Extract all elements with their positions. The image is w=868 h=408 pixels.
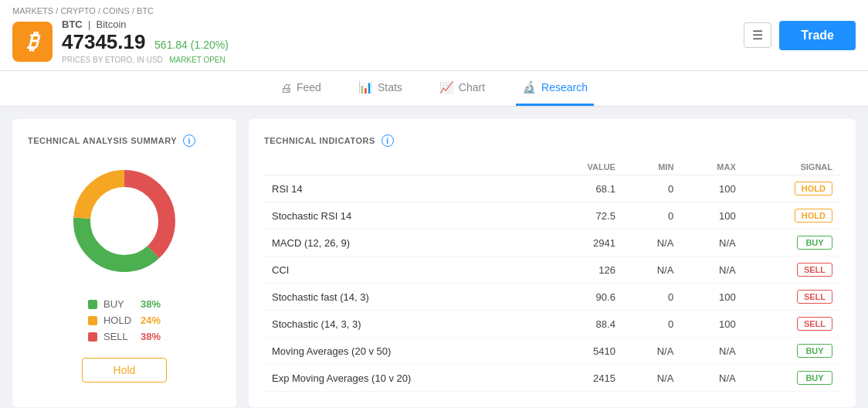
tab-chart-label: Chart xyxy=(459,81,485,94)
coin-change: 561.84 (1.20%) xyxy=(154,39,229,51)
tab-research[interactable]: 🔬 Research xyxy=(516,71,594,106)
indicator-max: 100 xyxy=(681,175,743,202)
legend-hold: HOLD 24% xyxy=(88,314,161,326)
legend-sell: SELL 38% xyxy=(88,331,161,342)
legend-buy: BUY 38% xyxy=(88,298,161,310)
table-row: Exp Moving Averages (10 v 20) 2415 N/A N… xyxy=(264,365,840,392)
indicators-info-icon[interactable]: i xyxy=(381,134,394,147)
table-row: Stochastic fast (14, 3) 90.6 0 100 SELL xyxy=(264,284,840,311)
signal-badge: HOLD xyxy=(795,182,832,196)
legend: BUY 38% HOLD 24% SELL 38% xyxy=(88,298,161,342)
indicators-card: TECHNICAL INDICATORS i VALUE MIN MAX SIG… xyxy=(249,119,856,407)
menu-button[interactable]: ☰ xyxy=(744,22,771,48)
signal-badge: SELL xyxy=(797,317,832,331)
stats-icon: 📊 xyxy=(358,80,373,94)
col-signal: SIGNAL xyxy=(744,159,840,175)
indicator-value: 5410 xyxy=(544,338,623,365)
coin-full-name: Bitcoin xyxy=(97,19,127,30)
tab-stats-label: Stats xyxy=(378,81,402,94)
donut-svg xyxy=(63,159,186,283)
table-row: Stochastic (14, 3, 3) 88.4 0 100 SELL xyxy=(264,311,840,338)
indicator-name: Exp Moving Averages (10 v 20) xyxy=(264,365,544,392)
indicator-name: Moving Averages (20 v 50) xyxy=(264,338,544,365)
table-row: Moving Averages (20 v 50) 5410 N/A N/A B… xyxy=(264,338,840,365)
chart-icon: 📈 xyxy=(439,80,454,94)
donut-chart xyxy=(28,159,221,283)
header: MARKETS / CRYPTO / COINS / BTC ₿ BTC | B… xyxy=(0,0,868,71)
tab-stats[interactable]: 📊 Stats xyxy=(352,71,409,106)
tabs: 🖨 Feed 📊 Stats 📈 Chart 🔬 Research xyxy=(0,71,868,107)
header-left: MARKETS / CRYPTO / COINS / BTC ₿ BTC | B… xyxy=(12,6,229,64)
indicator-value: 88.4 xyxy=(544,311,623,338)
legend-hold-dot xyxy=(88,316,97,325)
col-max: MAX xyxy=(681,159,743,175)
signal-badge: BUY xyxy=(797,371,832,385)
indicator-name: RSI 14 xyxy=(264,175,544,202)
legend-sell-dot xyxy=(88,332,97,342)
analysis-info-icon[interactable]: i xyxy=(183,134,195,147)
indicator-max: N/A xyxy=(681,257,743,284)
signal-badge: SELL xyxy=(797,263,832,277)
table-body: RSI 14 68.1 0 100 HOLD Stochastic RSI 14… xyxy=(264,175,840,392)
analysis-title: TECHNICAL ANALYSIS SUMMARY i xyxy=(28,134,221,147)
indicator-min: N/A xyxy=(623,365,681,392)
breadcrumb-crypto[interactable]: CRYPTO xyxy=(60,6,95,15)
coin-info: ₿ BTC | Bitcoin 47345.19 561.84 (1.20%) … xyxy=(12,19,229,64)
legend-buy-label: BUY xyxy=(103,298,134,310)
indicator-signal: SELL xyxy=(744,311,840,338)
coin-details: BTC | Bitcoin 47345.19 561.84 (1.20%) PR… xyxy=(62,19,229,64)
coin-meta-text: PRICES BY ETORO, IN USD xyxy=(62,56,163,64)
tab-feed[interactable]: 🖨 Feed xyxy=(274,71,327,106)
indicator-signal: HOLD xyxy=(744,175,840,202)
indicator-max: 100 xyxy=(681,311,743,338)
tab-chart[interactable]: 📈 Chart xyxy=(433,71,491,106)
indicator-value: 126 xyxy=(544,257,623,284)
indicator-signal: BUY xyxy=(744,365,840,392)
breadcrumb-coins[interactable]: COINS xyxy=(103,6,130,15)
indicators-table: VALUE MIN MAX SIGNAL RSI 14 68.1 0 100 H… xyxy=(264,159,840,392)
donut-center xyxy=(92,189,157,253)
indicator-name: Stochastic (14, 3, 3) xyxy=(264,311,544,338)
col-indicator xyxy=(264,159,544,175)
legend-buy-dot xyxy=(88,300,97,309)
breadcrumb-markets[interactable]: MARKETS xyxy=(12,6,53,15)
legend-hold-pct: 24% xyxy=(141,314,161,326)
indicator-value: 2415 xyxy=(544,365,623,392)
indicator-value: 68.1 xyxy=(544,175,623,202)
coin-price-row: 47345.19 561.84 (1.20%) xyxy=(62,30,229,54)
coin-meta: PRICES BY ETORO, IN USD MARKET OPEN xyxy=(62,56,229,64)
indicator-min: 0 xyxy=(623,284,681,311)
feed-icon: 🖨 xyxy=(280,81,292,94)
indicator-min: N/A xyxy=(623,338,681,365)
indicator-min: 0 xyxy=(623,175,681,202)
indicator-signal: BUY xyxy=(744,230,840,257)
indicator-signal: BUY xyxy=(744,338,840,365)
indicator-value: 90.6 xyxy=(544,284,623,311)
breadcrumb-btc[interactable]: BTC xyxy=(137,6,154,15)
table-row: MACD (12, 26, 9) 2941 N/A N/A BUY xyxy=(264,230,840,257)
trade-button[interactable]: Trade xyxy=(779,21,856,50)
table-header: VALUE MIN MAX SIGNAL xyxy=(264,159,840,175)
indicator-max: 100 xyxy=(681,202,743,230)
indicator-signal: HOLD xyxy=(744,202,840,230)
breadcrumb: MARKETS / CRYPTO / COINS / BTC xyxy=(12,6,229,15)
indicator-signal: SELL xyxy=(744,257,840,284)
signal-badge: HOLD xyxy=(795,209,832,223)
indicator-name: Stochastic fast (14, 3) xyxy=(264,284,544,311)
tab-research-label: Research xyxy=(541,81,588,94)
signal-button[interactable]: Hold xyxy=(82,358,168,382)
legend-sell-label: SELL xyxy=(103,331,134,342)
col-min: MIN xyxy=(623,159,681,175)
table-row: RSI 14 68.1 0 100 HOLD xyxy=(264,175,840,202)
indicator-max: 100 xyxy=(681,284,743,311)
header-actions: ☰ Trade xyxy=(744,21,856,50)
indicator-min: 0 xyxy=(623,311,681,338)
col-value: VALUE xyxy=(544,159,623,175)
coin-name-label: BTC | Bitcoin xyxy=(62,19,229,30)
legend-buy-pct: 38% xyxy=(141,298,161,310)
indicator-value: 2941 xyxy=(544,230,623,257)
legend-hold-label: HOLD xyxy=(103,314,134,326)
indicator-name: Stochastic RSI 14 xyxy=(264,202,544,230)
research-icon: 🔬 xyxy=(522,80,537,94)
indicators-title: TECHNICAL INDICATORS i xyxy=(264,134,840,147)
